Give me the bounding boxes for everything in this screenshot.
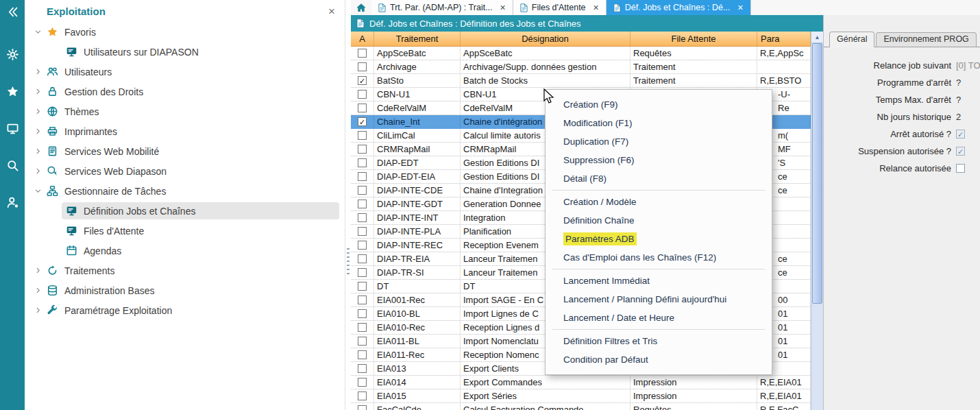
scroll-up-button[interactable]: ▲ xyxy=(811,32,823,43)
table-row[interactable]: FacCalCdeCalcul Facturation CommandeRequ… xyxy=(351,403,811,410)
row-checkbox[interactable] xyxy=(358,405,367,410)
column-header[interactable]: Para xyxy=(757,32,811,46)
sidebar-item[interactable]: Utilisateurs xyxy=(25,62,345,82)
menu-item[interactable]: Définition Chaîne xyxy=(546,211,772,230)
column-header[interactable]: A xyxy=(351,32,374,46)
sidebar-item[interactable]: Agendas xyxy=(25,241,345,261)
menu-item[interactable]: Création / Modèle xyxy=(546,193,772,211)
row-checkbox[interactable] xyxy=(358,104,367,112)
chevron-right-icon[interactable] xyxy=(34,68,47,75)
row-checkbox[interactable] xyxy=(358,241,367,250)
close-icon[interactable]: × xyxy=(328,5,335,17)
row-checkbox[interactable] xyxy=(358,158,367,167)
sidebar-item[interactable]: Utilisateurs sur DIAPASON xyxy=(25,42,345,62)
menu-item[interactable]: Suppression (F6) xyxy=(546,151,772,169)
document-tab[interactable]: Déf. Jobs et Chaînes : Dé...× xyxy=(607,0,751,15)
menu-item[interactable]: Condition par Défaut xyxy=(546,350,772,369)
vertical-scrollbar[interactable]: ▲ xyxy=(811,32,823,410)
gear-icon[interactable] xyxy=(4,46,21,62)
column-header[interactable]: File Attente xyxy=(630,32,757,46)
row-checkbox[interactable] xyxy=(358,172,367,181)
user-icon[interactable] xyxy=(4,194,21,210)
chevron-down-icon[interactable] xyxy=(34,187,47,195)
column-header[interactable]: Désignation xyxy=(461,32,630,46)
sidebar-item[interactable]: Files d'Attente xyxy=(25,221,345,241)
menu-item[interactable]: Lancement / Date et Heure xyxy=(546,309,772,327)
menu-item[interactable]: Définition Filtres et Tris xyxy=(546,332,772,350)
search-icon[interactable] xyxy=(4,157,21,173)
row-checkbox[interactable] xyxy=(358,296,367,304)
detail-tab[interactable]: Général xyxy=(829,32,874,47)
document-tab[interactable]: Trt. Par. (ADM-AP) : Trait...× xyxy=(371,0,513,15)
sidebar-item[interactable]: Définition Jobs et Chaînes xyxy=(25,201,345,221)
detail-tab[interactable]: Environnement PROG xyxy=(876,32,976,47)
row-checkbox[interactable]: ✓ xyxy=(358,76,367,85)
row-checkbox[interactable] xyxy=(358,213,367,222)
sidebar-item[interactable]: Administration Bases xyxy=(25,280,345,300)
menu-item[interactable]: Paramètres ADB xyxy=(546,230,772,248)
chevron-right-icon[interactable] xyxy=(34,88,47,95)
tab-close-icon[interactable]: × xyxy=(500,3,506,12)
row-checkbox[interactable] xyxy=(358,90,367,99)
row-checkbox[interactable] xyxy=(358,378,367,387)
scrollbar-thumb[interactable] xyxy=(812,43,822,304)
menu-item[interactable]: Lancement Immédiat xyxy=(546,272,772,290)
sidebar-item[interactable]: Services Web Diapason xyxy=(25,161,345,181)
row-checkbox[interactable] xyxy=(358,62,367,71)
field-checkbox[interactable]: ✓ xyxy=(956,130,965,138)
sidebar-item[interactable]: Paramétrage Exploitation xyxy=(25,300,345,320)
sidebar-item[interactable]: Traitements xyxy=(25,261,345,280)
row-checkbox[interactable] xyxy=(358,200,367,208)
menu-item[interactable]: Création (F9) xyxy=(546,95,772,114)
row-checkbox[interactable] xyxy=(358,282,367,291)
chevron-right-icon[interactable] xyxy=(34,267,47,274)
row-checkbox[interactable] xyxy=(358,268,367,277)
sidebar-item[interactable]: Services Web Mobilité xyxy=(25,141,345,161)
table-row[interactable]: ✓BatStoBatch de StocksTraitementR,E,BSTO xyxy=(351,74,811,88)
row-checkbox[interactable] xyxy=(358,309,367,318)
menu-item[interactable]: Modification (F1) xyxy=(546,114,772,132)
sidebar-item[interactable]: Gestion des Droits xyxy=(25,82,345,101)
row-checkbox[interactable] xyxy=(358,391,367,400)
table-row[interactable]: AppSceBatcAppSceBatcRequêtesR,E,AppSc xyxy=(351,47,811,60)
chevron-right-icon[interactable] xyxy=(34,128,47,135)
table-row[interactable]: ArchivageArchivage/Supp. données gestion… xyxy=(351,60,811,74)
menu-item[interactable]: Cas d'Emploi dans les Chaînes (F12) xyxy=(546,248,772,267)
column-header[interactable]: Traitement xyxy=(374,32,461,46)
star-icon[interactable] xyxy=(4,83,21,99)
row-checkbox[interactable] xyxy=(358,145,367,154)
document-tab[interactable]: Files d'Attente× xyxy=(513,0,607,15)
chevron-right-icon[interactable] xyxy=(34,167,47,175)
sidebar-item[interactable]: Imprimantes xyxy=(25,121,345,141)
chevron-right-icon[interactable] xyxy=(34,306,47,314)
tab-close-icon[interactable]: × xyxy=(593,3,599,12)
chevron-right-icon[interactable] xyxy=(34,108,47,115)
row-checkbox[interactable] xyxy=(358,337,367,346)
chevron-down-icon[interactable] xyxy=(34,28,47,36)
field-checkbox[interactable]: ✓ xyxy=(956,147,965,156)
table-row[interactable]: EIA014Export CommandesImpressionR,E,EIA0… xyxy=(351,376,811,389)
sidebar-item[interactable]: Thèmes xyxy=(25,101,345,121)
menu-item[interactable]: Détail (F8) xyxy=(546,169,772,188)
field-checkbox[interactable] xyxy=(956,164,965,173)
panel-splitter[interactable] xyxy=(345,0,351,410)
chevron-right-icon[interactable] xyxy=(34,147,47,155)
row-checkbox[interactable] xyxy=(358,227,367,236)
row-checkbox[interactable]: ✓ xyxy=(358,117,367,126)
chevrons-left-icon[interactable] xyxy=(4,3,21,20)
chevron-right-icon[interactable] xyxy=(34,287,47,294)
monitor-icon[interactable] xyxy=(4,120,21,136)
row-checkbox[interactable] xyxy=(358,350,367,359)
row-checkbox[interactable] xyxy=(358,323,367,332)
row-checkbox[interactable] xyxy=(358,131,367,140)
row-checkbox[interactable] xyxy=(358,254,367,263)
menu-item[interactable]: Duplication (F7) xyxy=(546,132,772,151)
table-row[interactable]: EIA015Export SériesImpressionR,E,EIA01 xyxy=(351,389,811,403)
home-icon[interactable] xyxy=(351,0,371,15)
sidebar-item[interactable]: Favoris xyxy=(25,22,345,42)
row-checkbox[interactable] xyxy=(358,364,367,373)
row-checkbox[interactable] xyxy=(358,186,367,195)
menu-item[interactable]: Lancement / Planning Défini aujourd'hui xyxy=(546,290,772,309)
row-checkbox[interactable] xyxy=(358,49,367,58)
tab-close-icon[interactable]: × xyxy=(737,3,743,12)
